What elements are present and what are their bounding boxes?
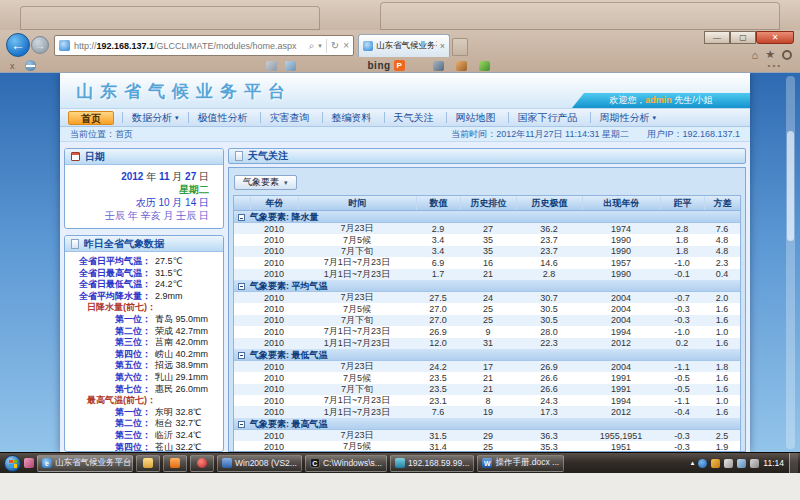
list-item: 第五位：招远 38.9mm (65, 360, 219, 372)
col-value: 数值 (416, 196, 460, 210)
refresh-icon[interactable]: ↻ (331, 40, 339, 51)
section-row-precipitation[interactable]: 气象要素: 降水量 (234, 211, 740, 223)
mail-icon[interactable] (285, 61, 296, 71)
browser-tab[interactable]: 山东省气候业务平... × (358, 34, 450, 57)
browser-forward-button[interactable]: → (31, 36, 49, 54)
weather-panel-title: 昨日全省气象数据 (84, 237, 164, 251)
breadcrumb: 当前位置：首页 (70, 128, 133, 141)
section-rows: 20107月23日24.21726.92004-1.11.8 20107月5候2… (234, 361, 740, 418)
nav-item[interactable]: 网站地图 (446, 112, 508, 123)
back-icon: ← (11, 37, 25, 53)
rank-label: 第六位： (65, 372, 151, 384)
rank-value: 崂山 40.2mm (155, 349, 208, 361)
nav-item[interactable]: 周期性分析▾ (590, 112, 666, 123)
tray-security-icon[interactable] (711, 459, 720, 468)
bing-toolbar[interactable]: bing P (368, 60, 405, 71)
main-nav: 首页 数据分析▾ 极值性分析 灾害查询 整编资料 天气关注 网站地图 (60, 109, 750, 127)
search-dropdown-icon[interactable]: ▾ (318, 42, 322, 50)
start-button[interactable] (4, 455, 21, 472)
pinned-app-icon[interactable] (24, 458, 34, 468)
card-icon[interactable] (266, 61, 277, 71)
collapse-icon[interactable] (238, 352, 245, 359)
url-domain: 192.168.137.1 (97, 41, 155, 51)
more-icon[interactable]: ••• (768, 61, 782, 70)
rank-value: 惠民 26.0mm (155, 384, 208, 396)
collapse-icon[interactable] (238, 283, 245, 290)
taskbar-cmd-button[interactable]: C C:\Windows\s... (305, 455, 387, 472)
maximize-button[interactable]: ▢ (730, 31, 756, 44)
background-window (20, 6, 320, 30)
calendar-panel: 日期 2012 年 11 月 27 日 星期二 农历 10 月 14 日 壬辰 … (64, 148, 224, 229)
puzzle-icon[interactable] (479, 61, 490, 71)
nav-item[interactable]: 天气关注 (384, 112, 446, 123)
table-row[interactable]: 20101月1日~7月23日12.03122.320120.21.6 (234, 338, 740, 349)
table-row[interactable]: 20101月1日~7月23日7.61917.32012-0.41.6 (234, 406, 740, 417)
stat-label: 全省日最高气温： (65, 268, 151, 280)
rank-label: 第一位： (65, 407, 151, 419)
blocker-icon[interactable] (25, 60, 36, 71)
camera-icon[interactable] (433, 61, 444, 71)
taskbar-rdp-button[interactable]: 192.168.59.99... (390, 455, 474, 472)
tab-close-icon[interactable]: × (440, 41, 445, 51)
list-item: 第一位：东明 32.8℃ (65, 407, 219, 419)
volume-icon[interactable] (750, 459, 759, 468)
browser-viewport: 山东省气候业务平台 欢迎您，admin 先生/小姐 首页 数据分析▾ 极值性分析… (0, 73, 800, 452)
bing-logo[interactable]: bing (368, 60, 391, 71)
table-row[interactable]: 20107月5候31.42535.31951-0.31.9 (234, 441, 740, 452)
close-button[interactable]: ✕ (756, 31, 794, 44)
clock[interactable]: 11:14 (763, 458, 784, 468)
browser-back-button[interactable]: ← (6, 33, 30, 57)
minimize-icon: — (713, 33, 721, 42)
section-row-mean-temp[interactable]: 气象要素: 平均气温 (234, 280, 740, 292)
site-container: 山东省气候业务平台 欢迎您，admin 先生/小姐 首页 数据分析▾ 极值性分析… (60, 73, 750, 452)
stat-value: 2.9mm (155, 291, 183, 303)
nav-item-label: 天气关注 (394, 111, 434, 125)
table-row[interactable]: 20101月1日~7月23日1.7212.81990-0.10.4 (234, 269, 740, 280)
taskbar-vm-button[interactable]: Win2008 (VS2... (217, 455, 302, 472)
scrollbar-thumb[interactable] (787, 131, 794, 241)
site-header: 山东省气候业务平台 欢迎您，admin 先生/小姐 (60, 73, 750, 109)
address-bar[interactable]: http://192.168.137.1/GLCCLIMATE/modules/… (54, 35, 354, 56)
element-filter-button[interactable]: 气象要素 ▾ (234, 175, 297, 190)
collapse-icon[interactable] (238, 421, 245, 428)
cmd-icon: C (310, 458, 320, 468)
minimize-button[interactable]: — (704, 31, 730, 44)
new-tab-button[interactable] (452, 38, 468, 56)
paw-icon[interactable] (456, 61, 467, 71)
section-row-max-temp[interactable]: 气象要素: 最高气温 (234, 418, 740, 430)
nav-item[interactable]: 灾害查询 (260, 112, 322, 123)
bing-badge-icon[interactable]: P (394, 60, 405, 71)
taskbar-media-button[interactable] (190, 455, 214, 472)
nav-item[interactable]: 极值性分析 (188, 112, 260, 123)
page-scrollbar[interactable] (786, 76, 795, 449)
nav-item[interactable]: 数据分析▾ (122, 112, 188, 123)
tab-favicon (363, 41, 373, 51)
show-desktop-button[interactable] (789, 453, 798, 474)
rank-value: 桓台 32.7℃ (155, 418, 201, 430)
weather-stat-row: 全省日平均气温：27.5℃ (65, 256, 219, 268)
calendar-panel-title: 日期 (85, 150, 105, 164)
nav-items: 数据分析▾ 极值性分析 灾害查询 整编资料 天气关注 网站地图 国家下行产品 (122, 109, 665, 126)
nav-item[interactable]: 国家下行产品 (508, 112, 590, 123)
search-icon[interactable]: ⌕ (309, 40, 315, 52)
action-center-flag-icon[interactable] (724, 459, 733, 468)
nav-item-home[interactable]: 首页 (68, 111, 114, 125)
network-icon[interactable] (737, 459, 746, 468)
nav-item[interactable]: 整编资料 (322, 112, 384, 123)
url-text[interactable]: http://192.168.137.1/GLCCLIMATE/modules/… (74, 41, 305, 51)
rank-value: 莒南 42.0mm (155, 337, 208, 349)
nav-item-label: 极值性分析 (198, 111, 248, 125)
sidebar-close-icon[interactable]: x (10, 61, 15, 71)
screenshot-bottom-margin (0, 473, 800, 500)
taskbar-ie-button[interactable]: e 山东省气候业务平台 (37, 455, 133, 472)
tray-expander-icon[interactable]: ▴ (691, 459, 695, 467)
taskbar-explorer-button[interactable] (136, 455, 160, 472)
section-rows: 20107月23日31.52936.31955,1951-0.32.5 2010… (234, 430, 740, 452)
tray-app-icon[interactable] (698, 459, 707, 468)
col-extreme: 历史极值 (516, 196, 582, 210)
taskbar-word-button[interactable]: W 操作手册.docx ... (477, 455, 564, 472)
section-row-min-temp[interactable]: 气象要素: 最低气温 (234, 349, 740, 361)
collapse-icon[interactable] (238, 214, 245, 221)
taskbar-app-button[interactable] (163, 455, 187, 472)
stop-icon[interactable]: × (343, 40, 349, 51)
